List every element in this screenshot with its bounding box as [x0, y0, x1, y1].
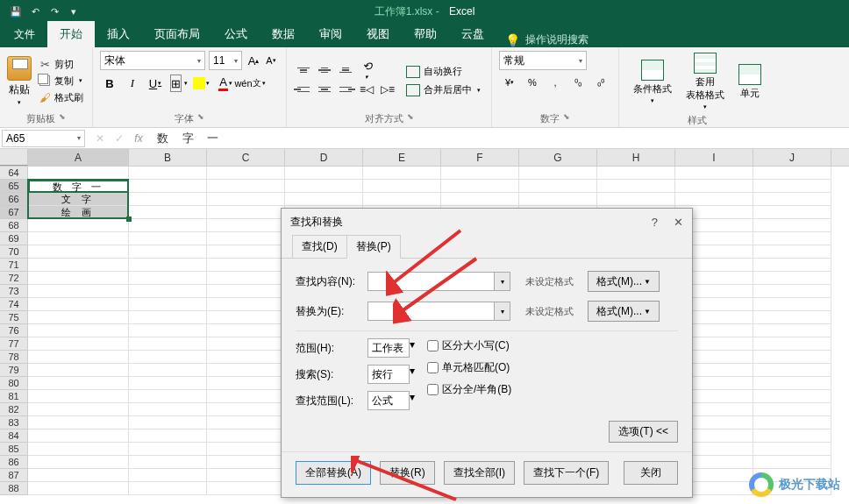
- cell[interactable]: [28, 456, 129, 469]
- cell[interactable]: [207, 245, 285, 259]
- tab-cloud[interactable]: 云盘: [449, 21, 496, 47]
- row-header[interactable]: 80: [0, 377, 27, 390]
- paste-button[interactable]: 粘贴 ▾: [7, 56, 37, 106]
- cell[interactable]: [28, 272, 129, 285]
- cell[interactable]: [28, 416, 129, 429]
- cell[interactable]: [28, 219, 129, 232]
- tab-help[interactable]: 帮助: [402, 21, 449, 47]
- match-entire-checkbox[interactable]: [427, 362, 439, 373]
- conditional-format-button[interactable]: 条件格式▾: [626, 58, 679, 106]
- cell[interactable]: [753, 167, 831, 180]
- cell[interactable]: [753, 429, 831, 443]
- cell[interactable]: [207, 311, 285, 324]
- cell[interactable]: [207, 206, 285, 219]
- cell[interactable]: [28, 429, 129, 443]
- match-case-checkbox[interactable]: [427, 340, 439, 351]
- dialog-help-button[interactable]: ?: [652, 216, 658, 229]
- font-size-combo[interactable]: 11▾: [209, 51, 242, 70]
- tab-find[interactable]: 查找(D): [292, 235, 347, 259]
- replace-history-button[interactable]: ▾: [495, 302, 510, 321]
- cell[interactable]: [28, 324, 129, 337]
- row-header[interactable]: 65: [0, 180, 27, 193]
- row-header[interactable]: 67: [0, 206, 27, 219]
- cell[interactable]: [363, 167, 441, 180]
- alignment-launcher-icon[interactable]: ⬊: [407, 112, 414, 125]
- row-header[interactable]: 66: [0, 193, 27, 206]
- row-header[interactable]: 83: [0, 416, 27, 429]
- column-header[interactable]: I: [675, 149, 753, 166]
- scope-select[interactable]: 工作表▾: [367, 338, 415, 358]
- cell[interactable]: [207, 482, 285, 495]
- increase-font-button[interactable]: A▴: [246, 53, 261, 68]
- find-all-button[interactable]: 查找全部(I): [444, 461, 515, 485]
- cell[interactable]: [207, 416, 285, 429]
- cell[interactable]: [207, 364, 285, 377]
- row-header[interactable]: 87: [0, 469, 27, 482]
- cell[interactable]: [753, 456, 831, 469]
- cell[interactable]: [129, 469, 207, 482]
- row-header[interactable]: 68: [0, 219, 27, 232]
- replace-button[interactable]: 替换(R): [380, 461, 435, 485]
- format-painter-button[interactable]: 🖌格式刷: [37, 90, 85, 105]
- row-header[interactable]: 82: [0, 403, 27, 416]
- cell[interactable]: [753, 351, 831, 364]
- cell[interactable]: [597, 180, 675, 193]
- cell[interactable]: [207, 456, 285, 469]
- fx-icon[interactable]: fx: [131, 132, 146, 145]
- cell[interactable]: [28, 443, 129, 456]
- cell[interactable]: [129, 390, 207, 403]
- cell[interactable]: [207, 469, 285, 482]
- cell[interactable]: [441, 167, 519, 180]
- row-header[interactable]: 86: [0, 456, 27, 469]
- phonetic-guide-button[interactable]: wén文▾: [240, 74, 260, 93]
- row-header[interactable]: 71: [0, 259, 27, 272]
- cell[interactable]: [285, 180, 363, 193]
- cell[interactable]: [207, 285, 285, 298]
- tab-review[interactable]: 审阅: [307, 21, 354, 47]
- accounting-format-button[interactable]: ¥▾: [499, 74, 520, 91]
- cell[interactable]: [753, 390, 831, 403]
- cell[interactable]: [207, 351, 285, 364]
- search-select[interactable]: 按行▾: [367, 365, 415, 384]
- cut-button[interactable]: ✂剪切: [37, 57, 85, 72]
- cell[interactable]: [207, 390, 285, 403]
- cell[interactable]: [129, 482, 207, 495]
- cell[interactable]: [207, 193, 285, 206]
- tab-data[interactable]: 数据: [260, 21, 307, 47]
- align-center-button[interactable]: [315, 81, 334, 98]
- cell[interactable]: [28, 364, 129, 377]
- column-header[interactable]: C: [207, 149, 285, 166]
- row-header[interactable]: 69: [0, 232, 27, 245]
- cell[interactable]: [207, 180, 285, 193]
- number-launcher-icon[interactable]: ⬊: [563, 112, 570, 125]
- replace-format-button[interactable]: 格式(M)...▼: [588, 301, 660, 322]
- cell[interactable]: [28, 469, 129, 482]
- find-content-input[interactable]: [367, 272, 495, 291]
- dialog-close-button[interactable]: ✕: [674, 216, 683, 229]
- tell-me-search[interactable]: 💡 操作说明搜索: [505, 32, 589, 47]
- qat-more-icon[interactable]: ▾: [67, 4, 81, 18]
- merge-center-button[interactable]: 合并后居中▾: [403, 82, 484, 98]
- decrease-decimal-button[interactable]: ₀⁰: [590, 74, 611, 91]
- cell[interactable]: [129, 259, 207, 272]
- format-table-button[interactable]: 套用 表格格式▾: [679, 51, 731, 112]
- column-header[interactable]: J: [753, 149, 831, 166]
- tab-layout[interactable]: 页面布局: [142, 21, 212, 47]
- cell[interactable]: 绘 画: [28, 206, 129, 219]
- row-header[interactable]: 85: [0, 443, 27, 456]
- cell[interactable]: [441, 193, 519, 206]
- cell[interactable]: [28, 377, 129, 390]
- cell[interactable]: [129, 351, 207, 364]
- align-left-button[interactable]: [294, 81, 313, 98]
- fill-color-button[interactable]: ▾: [191, 74, 210, 93]
- cell[interactable]: [129, 456, 207, 469]
- cell-styles-button[interactable]: 单元: [731, 62, 768, 102]
- redo-icon[interactable]: ↷: [47, 4, 61, 18]
- cell[interactable]: [129, 245, 207, 259]
- cell[interactable]: [28, 259, 129, 272]
- row-header[interactable]: 88: [0, 482, 27, 495]
- cell[interactable]: [753, 245, 831, 259]
- find-format-button[interactable]: 格式(M)...▼: [588, 271, 660, 292]
- italic-button[interactable]: I: [123, 74, 142, 93]
- cell[interactable]: 文 字: [28, 193, 129, 206]
